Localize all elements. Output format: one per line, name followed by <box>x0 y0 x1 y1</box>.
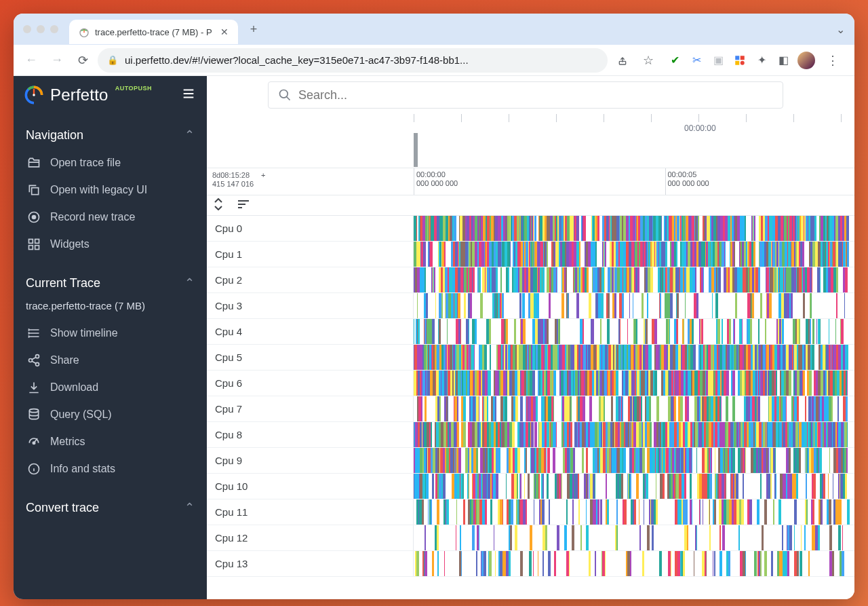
track-data[interactable] <box>414 551 854 576</box>
info-icon <box>27 462 41 476</box>
ext-blocks-icon[interactable] <box>732 53 747 68</box>
search-box[interactable] <box>268 81 783 109</box>
track-label: Cpu 0 <box>207 216 414 241</box>
svg-rect-10 <box>29 240 33 244</box>
cpu-track[interactable]: Cpu 3 <box>207 293 854 319</box>
toolbar <box>207 76 854 114</box>
track-data[interactable] <box>414 345 854 370</box>
track-area[interactable]: Cpu 0Cpu 1Cpu 2Cpu 3Cpu 4Cpu 5Cpu 6Cpu 7… <box>207 216 854 599</box>
menuitem-label: Metrics <box>50 436 85 448</box>
menuitem-show-timeline[interactable]: Show timeline <box>14 320 207 347</box>
track-label: Cpu 8 <box>207 422 414 447</box>
svg-rect-11 <box>35 240 39 244</box>
menuitem-metrics[interactable]: Metrics <box>14 428 207 455</box>
svg-rect-3 <box>741 56 745 60</box>
track-label: Cpu 10 <box>207 474 414 499</box>
menuitem-open-with-legacy-ui[interactable]: Open with legacy UI <box>14 176 207 204</box>
section-title: Navigation <box>26 128 83 143</box>
track-data[interactable] <box>414 525 854 550</box>
ext-scissors-icon[interactable]: ✂ <box>689 53 704 68</box>
overview-tick-label: 00:00:00 <box>684 124 716 133</box>
track-data[interactable] <box>414 396 854 421</box>
tab-close-icon[interactable]: ✕ <box>220 26 229 37</box>
time-ruler[interactable]: 8d08:15:28 415 147 016 + 00:00:00000 000… <box>207 168 854 195</box>
menuitem-label: Open with legacy UI <box>50 184 147 196</box>
nav-reload-icon[interactable]: ⟳ <box>72 50 94 71</box>
nav-back-icon[interactable]: ← <box>20 50 42 71</box>
svg-point-6 <box>33 94 35 96</box>
ext-panel-icon[interactable]: ◧ <box>776 53 791 68</box>
section-header[interactable]: Current Trace⌃ <box>14 267 207 297</box>
cpu-track[interactable]: Cpu 2 <box>207 267 854 293</box>
nav-forward-icon[interactable]: → <box>46 50 68 71</box>
track-data[interactable] <box>414 371 854 396</box>
track-data[interactable] <box>414 422 854 447</box>
cpu-track[interactable]: Cpu 5 <box>207 345 854 371</box>
svg-point-14 <box>36 355 39 358</box>
track-data[interactable] <box>414 319 854 344</box>
cpu-track[interactable]: Cpu 10 <box>207 474 854 499</box>
timeline-overview[interactable]: 00:00:0000:00:05 <box>207 114 854 168</box>
track-data[interactable] <box>414 474 854 499</box>
traffic-lights <box>23 25 58 33</box>
section-header[interactable]: Navigation⌃ <box>14 119 207 149</box>
ruler-plus-icon: + <box>261 171 265 180</box>
menuitem-info-and-stats[interactable]: Info and stats <box>14 455 207 482</box>
menuitem-query-sql-[interactable]: Query (SQL) <box>14 401 207 428</box>
menuitem-open-trace-file[interactable]: Open trace file <box>14 149 207 176</box>
expand-collapse-icon[interactable] <box>214 198 223 213</box>
cpu-track[interactable]: Cpu 8 <box>207 422 854 448</box>
bookmark-star-icon[interactable]: ☆ <box>637 50 659 71</box>
svg-rect-7 <box>32 188 39 195</box>
track-data[interactable] <box>414 242 854 267</box>
search-input[interactable] <box>298 88 773 102</box>
profile-avatar[interactable] <box>797 52 815 69</box>
browser-tab[interactable]: trace.perfetto-trace (7 MB) - P ✕ <box>69 20 238 44</box>
track-data[interactable] <box>414 216 854 241</box>
perfetto-logo <box>24 86 43 105</box>
cpu-track[interactable]: Cpu 9 <box>207 448 854 474</box>
chevron-up-icon: ⌃ <box>184 128 195 143</box>
menuitem-label: Query (SQL) <box>50 409 112 421</box>
sort-lines-icon[interactable] <box>237 200 250 212</box>
track-label: Cpu 7 <box>207 396 414 421</box>
ext-window-icon[interactable]: ▣ <box>711 53 726 68</box>
track-data[interactable] <box>414 499 854 525</box>
svg-point-5 <box>741 60 745 64</box>
menuitem-download[interactable]: Download <box>14 374 207 401</box>
track-label: Cpu 12 <box>207 525 414 550</box>
track-data[interactable] <box>414 293 854 318</box>
menuitem-record-new-trace[interactable]: Record new trace <box>14 204 207 231</box>
new-tab-button[interactable]: + <box>250 22 258 37</box>
cpu-track[interactable]: Cpu 12 <box>207 525 854 551</box>
hamburger-icon[interactable] <box>181 86 196 104</box>
track-data[interactable] <box>414 448 854 473</box>
track-label: Cpu 11 <box>207 499 414 525</box>
cpu-track[interactable]: Cpu 7 <box>207 396 854 422</box>
section-header[interactable]: Convert trace⌃ <box>14 492 207 522</box>
ruler-origin-bottom: 415 147 016 <box>212 180 414 189</box>
chrome-menu-icon[interactable]: ⋮ <box>822 50 844 71</box>
cpu-track[interactable]: Cpu 1 <box>207 242 854 267</box>
track-label: Cpu 3 <box>207 293 414 318</box>
share-page-icon[interactable] <box>612 50 633 71</box>
menuitem-share[interactable]: Share <box>14 347 207 374</box>
cpu-track[interactable]: Cpu 0 <box>207 216 854 242</box>
track-data[interactable] <box>414 267 854 292</box>
cpu-track[interactable]: Cpu 4 <box>207 319 854 345</box>
share-icon <box>27 354 41 367</box>
menuitem-label: Open trace file <box>50 157 121 169</box>
cpu-track[interactable]: Cpu 11 <box>207 499 854 525</box>
ext-puzzle-icon[interactable]: ✦ <box>754 53 769 68</box>
svg-rect-2 <box>735 56 739 60</box>
svg-rect-13 <box>35 246 39 250</box>
chevron-up-icon: ⌃ <box>184 276 195 290</box>
omnibox[interactable]: 🔒 ui.perfetto.dev/#!/viewer?local_cache_… <box>98 48 608 73</box>
cpu-track[interactable]: Cpu 13 <box>207 551 854 577</box>
menuitem-widgets[interactable]: Widgets <box>14 231 207 258</box>
tab-overflow-icon[interactable]: ⌄ <box>836 23 845 36</box>
ext-check-icon[interactable]: ✔ <box>667 53 682 68</box>
viewport-marker[interactable] <box>414 133 418 167</box>
cpu-track[interactable]: Cpu 6 <box>207 371 854 396</box>
database-icon <box>27 408 41 421</box>
